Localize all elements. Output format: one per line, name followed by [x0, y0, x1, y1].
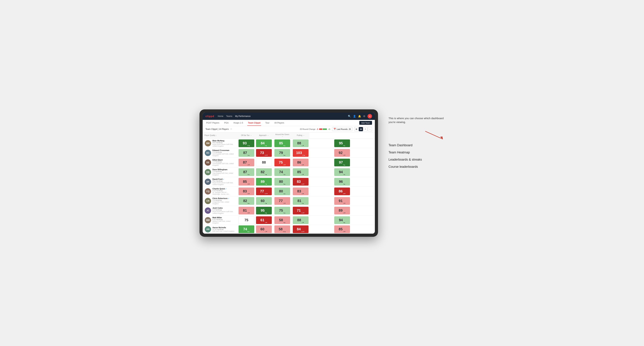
score-box: 975▲ — [334, 159, 350, 166]
score-value: 83 — [243, 189, 247, 193]
settings-icon[interactable]: ⚙ — [363, 115, 366, 118]
table-row: DBDave Billingham1-5 HandicapGog Magog G… — [203, 167, 375, 177]
score-box: 77-14▼ — [256, 187, 272, 195]
score-change: -11▼ — [301, 212, 304, 214]
player-cell[interactable]: BMBlair McHargPlus HandicapRoyal North D… — [203, 138, 238, 148]
player-cell[interactable]: ANAaron Nicholls11-15 HandicapDrift Golf… — [203, 225, 238, 233]
player-cell[interactable]: DBDave Billingham1-5 HandicapGog Magog G… — [203, 167, 238, 177]
score-box: 814▲ — [293, 197, 308, 205]
tab-team-clippd[interactable]: Team Clippd — [247, 120, 261, 126]
score-cell-1: 77-14▼ — [255, 186, 273, 196]
score-box: 85-4▼ — [334, 225, 350, 233]
table-row: EEElliot Ebert1-5 HandicapSunningdale Go… — [203, 158, 375, 167]
nav-home[interactable]: Home — [218, 115, 223, 117]
score-change: 15▲ — [302, 155, 305, 157]
nav-my-performance[interactable]: My Performance — [235, 115, 250, 117]
player-name: Josh Coles — [212, 207, 236, 209]
player-cell[interactable]: CRChris Robertson ✓1-5 HandicapCraigmill… — [203, 196, 238, 206]
score-value: 86 — [297, 161, 301, 165]
tab-pgat-players[interactable]: PGAT Players — [206, 120, 220, 126]
col-player-quality[interactable]: Player Quality ↓ — [203, 133, 238, 139]
score-change: -11▼ — [264, 155, 268, 157]
dashboard-option-item[interactable]: Team Heatmap — [388, 151, 444, 154]
player-name: Charlie Quick ✓ — [212, 188, 236, 190]
add-team-button[interactable]: Add Team — [359, 121, 372, 125]
player-club: Sunningdale Golf Club, United Kingdom — [212, 163, 236, 166]
data-table: Player Quality ↓ Off the Tee → Approach … — [203, 133, 375, 234]
tab-pga[interactable]: PGA — [224, 120, 229, 126]
player-handicap: Plus Handicap — [212, 180, 236, 182]
score-cell-4: 941▲ — [310, 167, 375, 177]
score-change: -3▼ — [247, 164, 250, 166]
player-handicap: 1-5 Handicap — [212, 199, 236, 201]
score-box: 86-6▼ — [293, 159, 308, 166]
dashboard-option-item[interactable]: Team Dashboard — [388, 144, 444, 147]
score-change: 1▲ — [283, 174, 286, 176]
table-row: MMMatt Miller6-10 HandicapWoburn Golf Cl… — [203, 215, 375, 225]
edit-icon[interactable]: ✏ — [230, 128, 232, 130]
player-cell[interactable]: ECEdward Crossman1-5 HandicapSunningdale… — [203, 148, 238, 158]
dashboard-option-item[interactable]: Leaderboards & streaks — [388, 158, 444, 162]
col-putting[interactable]: Putting → — [292, 133, 310, 139]
score-change: -3▼ — [302, 174, 304, 176]
player-handicap: 1-5 Handicap — [212, 171, 236, 172]
score-box: 77-3▼ — [274, 197, 290, 205]
profile-icon[interactable]: 👤 — [353, 115, 356, 118]
download-button[interactable]: ↓ — [368, 127, 372, 131]
player-avatar: DF — [205, 178, 211, 185]
top-nav: clippd Home Teams My Performance 🔍 👤 🔔 ⚙… — [203, 113, 375, 120]
score-cell-4: 91-3▼ — [310, 196, 375, 206]
search-icon[interactable]: 🔍 — [348, 115, 351, 118]
heatmap-view-button[interactable]: ▦ — [359, 127, 363, 131]
tab-actions: Add Team — [359, 121, 372, 125]
score-box: 959▲ — [334, 140, 350, 147]
score-box: 5810▲ — [274, 225, 290, 233]
score-box: 858▲ — [274, 140, 290, 147]
score-change: -1▼ — [265, 231, 268, 233]
score-change: 3▲ — [283, 183, 286, 185]
score-cell-2: 77-3▼ — [273, 196, 292, 206]
red-arrow-svg — [424, 130, 444, 140]
score-cell-4: 85-4▼ — [310, 225, 375, 233]
score-box: 799▲ — [274, 149, 290, 157]
player-cell[interactable]: JCJosh Coles1-5 HandicapRoyal North Devo… — [203, 206, 238, 215]
tablet-frame: clippd Home Teams My Performance 🔍 👤 🔔 ⚙… — [200, 109, 378, 237]
tab-all-players[interactable]: All Players — [274, 120, 285, 126]
score-box: 871▲ — [238, 149, 254, 157]
score-value: 80 — [279, 189, 283, 193]
score-change: -3▼ — [247, 212, 250, 214]
last-rounds-button[interactable]: 📅 Last Rounds: 20 — [332, 127, 352, 131]
tab-hcaps[interactable]: Hcaps 1-5 — [233, 120, 244, 126]
score-cell-4: 92-3▼ — [310, 148, 375, 158]
col-around-green[interactable]: Around the Green → — [273, 133, 292, 139]
annotation-text: This is where you can choose which dashb… — [388, 116, 444, 124]
col-off-tee[interactable]: Off the Tee → — [238, 133, 255, 139]
player-club: Drift Golf Club, United Kingdom — [212, 230, 234, 232]
player-cell[interactable]: DFDavid Ford ✓Plus HandicapRoyal North D… — [203, 177, 238, 186]
dashboard-options: Team DashboardTeam HeatmapLeaderboards &… — [388, 144, 444, 169]
score-value: 94 — [339, 218, 343, 222]
score-cell-4: 89-2▼ — [310, 206, 375, 215]
grid-view-button[interactable]: ▦ — [354, 127, 358, 131]
score-cell-0: 81-3▼ — [238, 206, 255, 215]
score-cell-0: 874▲ — [238, 167, 255, 177]
score-change: 1▲ — [248, 155, 250, 157]
player-cell[interactable]: MMMatt Miller6-10 HandicapWoburn Golf Cl… — [203, 215, 238, 225]
score-box: 88-2▼ — [293, 216, 308, 224]
player-handicap: 1-5 Handicap — [212, 151, 236, 153]
list-view-button[interactable]: ≡ — [363, 127, 368, 131]
player-name: David Ford ✓ — [212, 178, 236, 180]
score-value: 73 — [260, 151, 264, 155]
score-value: 91 — [338, 199, 342, 203]
score-change: 3▲ — [343, 183, 345, 185]
player-cell[interactable]: CQCharlie Quick ✓6-10 HandicapSt. George… — [203, 186, 238, 196]
dashboard-option-item[interactable]: Course leaderboards — [388, 165, 444, 169]
score-change: -3▼ — [343, 155, 346, 157]
tab-tour[interactable]: Tour — [264, 120, 270, 126]
nav-teams[interactable]: Teams — [226, 115, 232, 117]
user-avatar[interactable]: U — [368, 114, 372, 119]
col-approach[interactable]: Approach → — [255, 133, 273, 139]
table-row: DFDavid Ford ✓Plus HandicapRoyal North D… — [203, 177, 375, 186]
bell-icon[interactable]: 🔔 — [358, 115, 361, 118]
player-cell[interactable]: EEElliot Ebert1-5 HandicapSunningdale Go… — [203, 158, 238, 167]
